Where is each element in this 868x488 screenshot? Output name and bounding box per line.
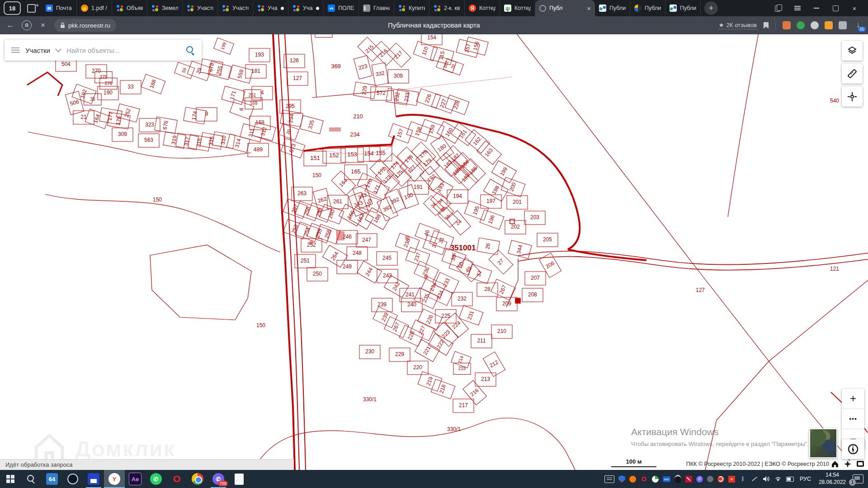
red-app-icon[interactable] (728, 476, 735, 483)
adobe-tool-icon[interactable] (685, 476, 692, 483)
defender-alert-icon[interactable] (618, 475, 625, 483)
battery-extension[interactable] (825, 21, 833, 29)
browser-tab[interactable]: 1.pdf / (77, 0, 112, 16)
parcel-number-label: 295 (286, 103, 295, 109)
eset-icon[interactable]: ees (663, 476, 670, 482)
battery-tray-icon[interactable] (786, 475, 794, 483)
wifi-icon[interactable] (774, 475, 782, 483)
new-tab-group-icon[interactable]: + (25, 3, 39, 14)
avast-icon[interactable] (629, 476, 636, 483)
browser-tab[interactable]: Учас (253, 0, 288, 16)
parcel-outline[interactable] (315, 34, 332, 38)
zoom-more-button[interactable]: ••• (842, 408, 864, 429)
taskbar-app-chrome[interactable] (187, 470, 208, 488)
downloads-button[interactable]: ↓ 11 (854, 21, 863, 30)
satellite-layer-thumbnail[interactable] (809, 428, 837, 458)
browser-tab[interactable]: Земель (147, 0, 183, 16)
bluetooth-icon[interactable]: ᛒ (739, 475, 747, 483)
chevron-down-icon[interactable] (55, 46, 61, 52)
my-location-button[interactable] (842, 87, 863, 107)
taskbar-app-search[interactable] (21, 470, 42, 488)
tab-strip: ✉Почта1.pdf /ОбъявЗемельУчастоУчастоУчас… (42, 0, 701, 16)
parcel-number-label: 28 (484, 286, 491, 292)
zoom-in-button[interactable]: + (842, 389, 864, 408)
fullscreen-icon[interactable] (856, 460, 864, 468)
close-window-button[interactable]: × (851, 5, 858, 12)
hidden-icons-icon[interactable] (751, 475, 759, 483)
home-icon[interactable] (831, 460, 839, 468)
back-button[interactable]: ← (5, 21, 15, 30)
browser-tab[interactable]: Публич (665, 0, 701, 16)
browser-tab[interactable]: ЯКоттед (465, 0, 500, 16)
browser-tab[interactable]: vkПОЛЕЗ (324, 0, 359, 16)
profile-extension[interactable] (783, 21, 791, 29)
cadastral-map[interactable]: 5042702752763318819050619235211641771762… (0, 34, 868, 470)
search-category-dropdown[interactable]: Участки (25, 47, 50, 54)
taskbar-app-yandex-browser[interactable]: Y (104, 470, 125, 488)
browser-tab[interactable]: Главна (359, 0, 394, 16)
taskbar-app-taskview[interactable] (62, 470, 83, 488)
ccleaner-icon[interactable] (717, 476, 724, 483)
language-indicator[interactable]: РУС (800, 476, 811, 482)
map-viewport[interactable]: 5042702752763318819050619235211641771762… (0, 34, 868, 470)
parcel-number-label: 239 (380, 311, 390, 322)
search-button[interactable] (186, 46, 195, 55)
new-tab-button[interactable]: + (704, 1, 718, 15)
browser-tab[interactable]: Публич (630, 0, 665, 16)
yandex-button[interactable]: Я (22, 20, 32, 30)
viber-tray-icon[interactable]: ✆ (696, 476, 703, 483)
parcel-number-label: 216 (469, 387, 480, 398)
menu-icon[interactable] (11, 47, 19, 53)
notification-center-icon[interactable]: 1 (853, 474, 863, 483)
browser-tab[interactable]: Учас (288, 0, 324, 16)
opera-tray-icon[interactable]: O (640, 475, 648, 483)
browser-tab[interactable]: Публ× (535, 0, 595, 16)
browser-tab[interactable]: ✉Почта (42, 0, 77, 16)
taskbar-app-viber[interactable]: ✆706 (208, 470, 229, 488)
gauge-icon[interactable] (675, 475, 681, 483)
maximize-button[interactable] (832, 5, 839, 12)
parcel-number-label: 310 (220, 135, 227, 145)
taskbar-app-opera[interactable]: O (166, 470, 187, 488)
taskbar-app-after-effects[interactable]: Ae (125, 470, 146, 488)
browser-tab[interactable]: Купить (394, 0, 429, 16)
news-icon[interactable] (604, 475, 614, 483)
globe-extension[interactable] (811, 21, 819, 29)
security-pie-icon[interactable] (652, 476, 659, 483)
2gis-icon: 64 (46, 473, 58, 485)
taskbar-app-start[interactable] (0, 470, 21, 488)
browser-tab[interactable]: Объяв (112, 0, 147, 16)
taskbar-app-floppy[interactable] (83, 470, 104, 488)
browser-menu-icon[interactable] (794, 5, 801, 12)
reviews-badge[interactable]: ★ 2К отзывов (719, 22, 757, 29)
browser-tab[interactable]: 2-к. кв (429, 0, 465, 16)
compass-button[interactable] (842, 439, 864, 459)
bookmark-icon[interactable] (764, 22, 769, 29)
dark-app-icon[interactable] (707, 476, 713, 482)
parcel-number-label: 248 (353, 250, 362, 256)
taskbar-app-word[interactable] (229, 470, 250, 488)
tab-close-icon[interactable]: × (587, 5, 591, 12)
collections-extension[interactable] (839, 21, 847, 29)
browser-tab[interactable]: Участо (183, 0, 218, 16)
parcel-number-label: 157 (463, 43, 472, 53)
address-bar[interactable]: pkk.rosreestr.ru (54, 19, 116, 32)
clock[interactable]: 14:54 28.06.2022 (819, 472, 846, 486)
layers-button[interactable] (842, 41, 863, 61)
browser-tab[interactable]: Участо (218, 0, 253, 16)
parcel-number-label: 222 (435, 338, 445, 350)
minimize-button[interactable] (813, 5, 820, 12)
browser-tab[interactable]: Публич (595, 0, 630, 16)
side-panel-icon[interactable] (775, 5, 782, 12)
security-shield-extension[interactable] (797, 21, 805, 29)
parcel-number-label: 158 (414, 126, 423, 137)
tab-counter-button[interactable]: 18 (4, 1, 21, 15)
search-input[interactable]: Найти объекты... (66, 47, 180, 54)
taskbar-app-2gis[interactable]: 64 (42, 470, 62, 488)
browser-tab[interactable]: ψКоттед (500, 0, 535, 16)
stop-reload-button[interactable]: × (38, 21, 48, 30)
measure-button[interactable] (842, 64, 863, 84)
orientation-icon[interactable] (844, 460, 852, 468)
taskbar-app-whatsapp[interactable]: ✆ (146, 470, 166, 488)
volume-icon[interactable] (763, 475, 770, 483)
